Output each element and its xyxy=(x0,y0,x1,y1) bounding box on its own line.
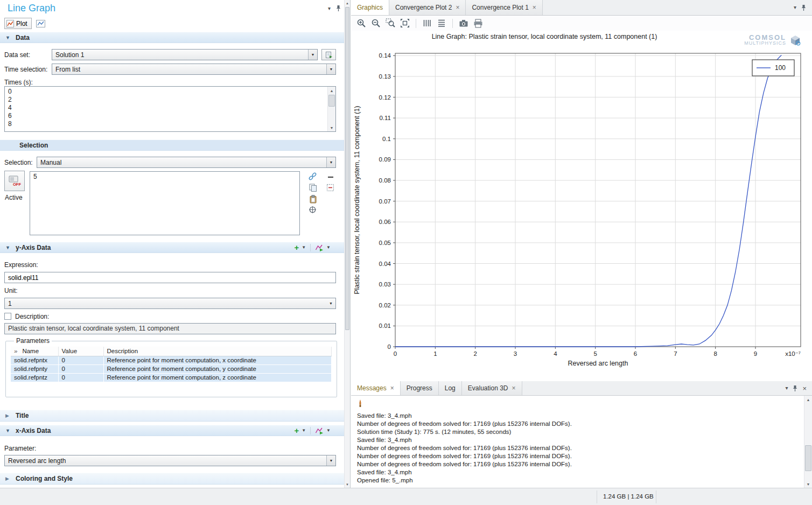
pin-icon[interactable] xyxy=(335,5,341,12)
copy-selection-icon[interactable] xyxy=(309,184,317,192)
zoom-in-icon[interactable] xyxy=(355,17,367,29)
column-header-value[interactable]: Value xyxy=(58,347,103,356)
zoom-extents-icon[interactable] xyxy=(399,17,411,29)
messages-tab-progress[interactable]: Progress xyxy=(401,381,439,395)
times-list-item[interactable]: 2 xyxy=(5,96,327,104)
collapse-triangle-icon[interactable]: ▼ xyxy=(5,245,11,250)
chevron-down-icon[interactable]: ▼ xyxy=(326,157,335,167)
scrollbar-thumb[interactable] xyxy=(805,445,811,471)
scroll-down-icon[interactable]: ▼ xyxy=(345,481,350,488)
column-header-description[interactable]: Description xyxy=(103,347,332,356)
chevron-down-icon[interactable]: ▼ xyxy=(308,50,317,60)
scrollbar-thumb[interactable] xyxy=(345,7,349,330)
parameter-row[interactable]: solid.refpntz0Reference point for moment… xyxy=(11,373,332,382)
line-chart[interactable]: 012345678900.010.020.030.040.050.060.070… xyxy=(351,31,812,381)
panel-menu-chevron-icon[interactable]: ▾ xyxy=(328,6,331,11)
clear-selection-icon[interactable] xyxy=(326,184,334,192)
settings-scrollbar[interactable]: ▲ ▼ xyxy=(344,0,350,488)
times-list-item[interactable]: 4 xyxy=(5,104,327,112)
pin-icon[interactable] xyxy=(801,4,807,11)
window-menu-chevron-icon[interactable]: ▾ xyxy=(785,385,788,391)
grid-horizontal-icon[interactable] xyxy=(436,17,447,29)
times-list-item[interactable]: 0 xyxy=(5,88,327,96)
scroll-up-icon[interactable]: ▲ xyxy=(328,87,335,94)
zoom-to-selection-icon[interactable] xyxy=(309,206,317,214)
expression-input[interactable] xyxy=(4,272,336,283)
close-tab-icon[interactable]: × xyxy=(456,4,459,11)
remove-selection-icon[interactable] xyxy=(327,174,334,180)
unit-select[interactable]: 1 ▼ xyxy=(4,298,336,309)
chevron-down-icon[interactable]: ▼ xyxy=(326,455,335,466)
create-selection-icon[interactable] xyxy=(308,172,317,181)
add-expression-icon[interactable]: + xyxy=(294,244,299,251)
pin-icon[interactable] xyxy=(792,385,798,392)
section-header-coloring-and-style[interactable]: ▶ Coloring and Style xyxy=(0,473,345,485)
graphics-tab-graphics[interactable]: Graphics xyxy=(351,0,389,15)
messages-tabbar-tabs: Messages×ProgressLogEvaluation 3D× xyxy=(351,381,522,395)
collapse-triangle-icon[interactable]: ▼ xyxy=(5,428,11,433)
times-list-item[interactable]: 8 xyxy=(5,120,327,128)
add-expression-icon[interactable]: + xyxy=(294,427,299,434)
selection-list-item[interactable]: 5 xyxy=(30,172,299,180)
times-list-item[interactable]: 6 xyxy=(5,112,327,120)
graphics-tab-convergence-plot-1[interactable]: Convergence Plot 1× xyxy=(466,0,542,15)
panel-title: Line Graph xyxy=(8,3,55,14)
section-header-title[interactable]: ▶ Title xyxy=(0,410,345,422)
clear-messages-brush-icon[interactable] xyxy=(357,399,363,408)
paste-selection-icon[interactable] xyxy=(309,195,317,204)
messages-tabbar: Messages×ProgressLogEvaluation 3D× ▾ × xyxy=(351,381,812,396)
print-icon[interactable] xyxy=(472,17,484,29)
selection-listbox[interactable]: 5 xyxy=(30,171,300,235)
dataset-select[interactable]: Solution 1 ▼ xyxy=(52,49,318,60)
scroll-down-icon[interactable]: ▼ xyxy=(804,480,812,488)
section-header-x-axis-data[interactable]: ▼ x-Axis Data + ▼ ▼ xyxy=(0,425,345,436)
scroll-up-icon[interactable]: ▲ xyxy=(345,0,350,6)
expand-triangle-icon[interactable]: ▶ xyxy=(5,476,11,481)
chevron-down-icon[interactable]: ▼ xyxy=(326,428,331,433)
times-listbox[interactable]: 02468 ▲ ▼ xyxy=(4,86,336,132)
replace-expression-icon[interactable] xyxy=(315,427,324,434)
close-tab-icon[interactable]: × xyxy=(512,384,516,392)
replace-expression-icon[interactable] xyxy=(315,244,324,251)
scrollbar-thumb[interactable] xyxy=(328,95,335,107)
active-toggle-button[interactable]: OFF xyxy=(4,171,25,191)
chevron-down-icon[interactable]: ▼ xyxy=(302,245,306,250)
section-header-data[interactable]: ▼ Data xyxy=(0,32,345,43)
chevron-down-icon[interactable]: ▼ xyxy=(326,298,335,308)
parameter-row[interactable]: solid.refpntx0Reference point for moment… xyxy=(11,356,332,364)
column-header-name[interactable]: »Name xyxy=(11,347,58,356)
messages-content[interactable]: Saved file: 3_4.mphNumber of degrees of … xyxy=(351,396,804,488)
snapshot-icon[interactable] xyxy=(458,17,470,29)
graphics-canvas[interactable]: Line Graph: Plastic strain tensor, local… xyxy=(351,31,812,381)
grid-vertical-icon[interactable] xyxy=(421,17,433,29)
section-header-y-axis-data[interactable]: ▼ y-Axis Data + ▼ ▼ xyxy=(0,242,345,253)
chevron-down-icon[interactable]: ▼ xyxy=(326,64,335,74)
zoom-box-icon[interactable] xyxy=(384,17,396,29)
close-panel-icon[interactable]: × xyxy=(802,384,807,392)
selection-select[interactable]: Manual ▼ xyxy=(37,157,336,168)
zoom-out-icon[interactable] xyxy=(370,17,382,29)
chevron-down-icon[interactable]: ▼ xyxy=(326,245,331,250)
messages-scrollbar[interactable]: ▲ ▼ xyxy=(804,396,812,488)
messages-tab-evaluation-3d[interactable]: Evaluation 3D× xyxy=(462,381,522,395)
edit-dataset-button[interactable] xyxy=(321,49,336,60)
description-checkbox[interactable] xyxy=(4,313,11,320)
scroll-up-icon[interactable]: ▲ xyxy=(804,396,812,403)
close-tab-icon[interactable]: × xyxy=(533,4,536,11)
times-scrollbar[interactable]: ▲ ▼ xyxy=(327,87,335,131)
plot-button[interactable]: Plot xyxy=(4,18,32,29)
parameter-select[interactable]: Reversed arc length ▼ xyxy=(4,455,336,466)
expand-triangle-icon[interactable]: ▶ xyxy=(5,413,11,418)
collapse-triangle-icon[interactable]: ▼ xyxy=(5,35,11,40)
graphics-tab-convergence-plot-2[interactable]: Convergence Plot 2× xyxy=(389,0,466,15)
chevron-down-icon[interactable]: ▼ xyxy=(302,428,306,433)
time-selection-select[interactable]: From list ▼ xyxy=(52,64,336,75)
scroll-down-icon[interactable]: ▼ xyxy=(328,124,335,131)
messages-tab-messages[interactable]: Messages× xyxy=(351,381,401,395)
plot-in-new-window-icon[interactable] xyxy=(36,20,45,27)
window-menu-chevron-icon[interactable]: ▾ xyxy=(794,5,796,10)
parameter-row[interactable]: solid.refpnty0Reference point for moment… xyxy=(11,364,332,373)
messages-tab-log[interactable]: Log xyxy=(439,381,462,395)
section-header-selection[interactable]: Selection xyxy=(0,139,345,151)
close-tab-icon[interactable]: × xyxy=(390,384,394,392)
